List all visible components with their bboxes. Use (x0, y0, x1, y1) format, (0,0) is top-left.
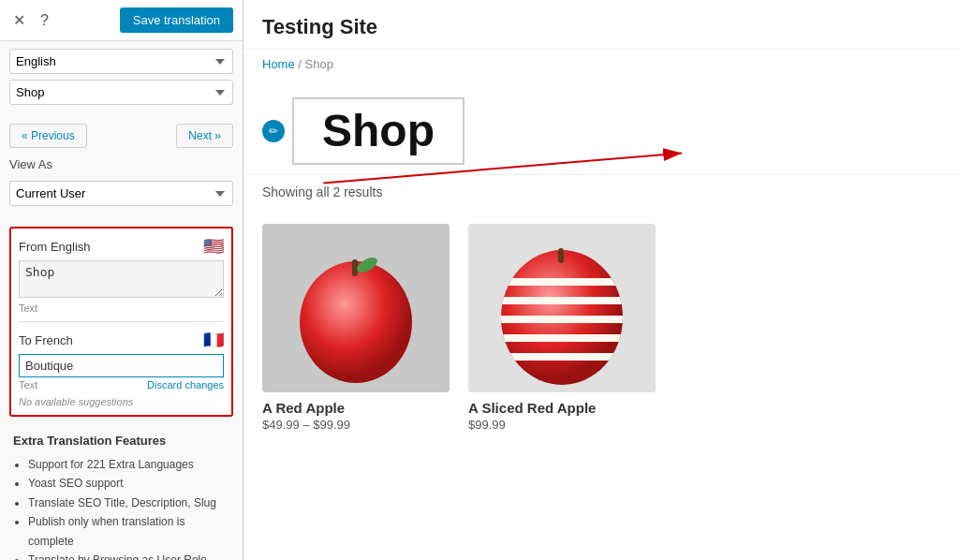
from-flag: 🇺🇸 (203, 236, 224, 257)
to-lang-row: To French 🇫🇷 (19, 330, 224, 350)
svg-rect-13 (501, 353, 623, 361)
right-panel: Testing Site Home / Shop ✏ Shop Showing … (243, 0, 959, 560)
extra-features-list: Support for 221 Extra Languages Yoast SE… (13, 455, 229, 560)
translation-divider (19, 321, 224, 322)
product-image (262, 224, 450, 392)
svg-point-3 (300, 261, 412, 383)
extra-features-title: Extra Translation Features (13, 434, 229, 448)
list-item: Support for 221 Extra Languages (28, 455, 229, 474)
extra-features-section: Extra Translation Features Support for 2… (0, 424, 243, 560)
to-flag: 🇫🇷 (203, 330, 224, 350)
view-as-section: Current User Administrator Subscriber (0, 173, 243, 219)
apple-red-svg (262, 224, 450, 392)
shop-heading: Shop (292, 97, 465, 165)
to-translation-input[interactable] (19, 354, 224, 377)
language-section: English French Spanish Shop Home About (0, 41, 243, 118)
product-card: A Sliced Red Apple $99.99 (468, 224, 656, 432)
products-grid: A Red Apple $49.99 – $99.99 (243, 209, 959, 447)
list-item: Translate by Browsing as User Role (28, 551, 229, 560)
results-text: Showing all 2 results (243, 174, 959, 209)
translation-box: From English 🇺🇸 Text To French 🇫🇷 Text D… (9, 227, 233, 417)
no-suggestions-text: No available suggestions (19, 396, 224, 407)
svg-rect-12 (501, 334, 623, 342)
product-name: A Red Apple (262, 400, 450, 416)
nav-buttons: « Previous Next » (0, 118, 243, 154)
panel-top-bar: ✕ ? Save translation (0, 0, 243, 41)
from-lang-row: From English 🇺🇸 (19, 236, 224, 257)
page-select[interactable]: Shop Home About (9, 80, 233, 105)
shop-heading-container: ✏ Shop (262, 97, 940, 165)
view-as-select[interactable]: Current User Administrator Subscriber (9, 181, 233, 206)
close-button[interactable]: ✕ (9, 9, 29, 31)
svg-rect-14 (558, 248, 564, 263)
list-item: Yoast SEO support (28, 474, 229, 493)
from-field-meta: Text (19, 302, 224, 314)
breadcrumb-current: Shop (305, 57, 333, 71)
breadcrumb-home-link[interactable]: Home (262, 57, 295, 71)
view-as-label: View As (0, 154, 243, 173)
save-translation-button[interactable]: Save translation (120, 7, 233, 33)
previous-button[interactable]: « Previous (9, 124, 87, 148)
to-field-meta: Text Discard changes (19, 379, 224, 391)
edit-icon[interactable]: ✏ (262, 120, 285, 142)
product-card: A Red Apple $49.99 – $99.99 (262, 224, 450, 432)
svg-rect-4 (352, 259, 358, 276)
discard-changes-link[interactable]: Discard changes (147, 379, 224, 391)
site-title: Testing Site (243, 0, 959, 50)
product-price: $99.99 (468, 418, 656, 432)
help-button[interactable]: ? (37, 10, 52, 31)
svg-rect-9 (501, 278, 623, 286)
svg-rect-10 (501, 297, 623, 304)
breadcrumb: Home / Shop (243, 50, 959, 79)
list-item: Translate SEO Title, Description, Slug (28, 494, 229, 512)
svg-rect-11 (501, 316, 623, 323)
to-field-type: Text (19, 379, 37, 391)
left-panel: ✕ ? Save translation English French Span… (0, 0, 243, 560)
apple-sliced-svg (468, 224, 656, 392)
top-bar-icons: ✕ ? (9, 9, 52, 31)
from-translation-textarea[interactable] (19, 260, 224, 298)
next-button[interactable]: Next » (176, 124, 233, 148)
breadcrumb-separator: / (298, 57, 304, 71)
product-price: $49.99 – $99.99 (262, 418, 450, 432)
from-lang-label: From English (19, 240, 91, 254)
language-select[interactable]: English French Spanish (9, 49, 233, 74)
to-lang-label: To French (19, 333, 73, 347)
product-image (468, 224, 656, 392)
product-name: A Sliced Red Apple (468, 400, 656, 416)
right-content: Testing Site Home / Shop ✏ Shop Showing … (243, 0, 959, 447)
from-field-type: Text (19, 302, 37, 314)
list-item: Publish only when translation is complet… (28, 512, 229, 551)
